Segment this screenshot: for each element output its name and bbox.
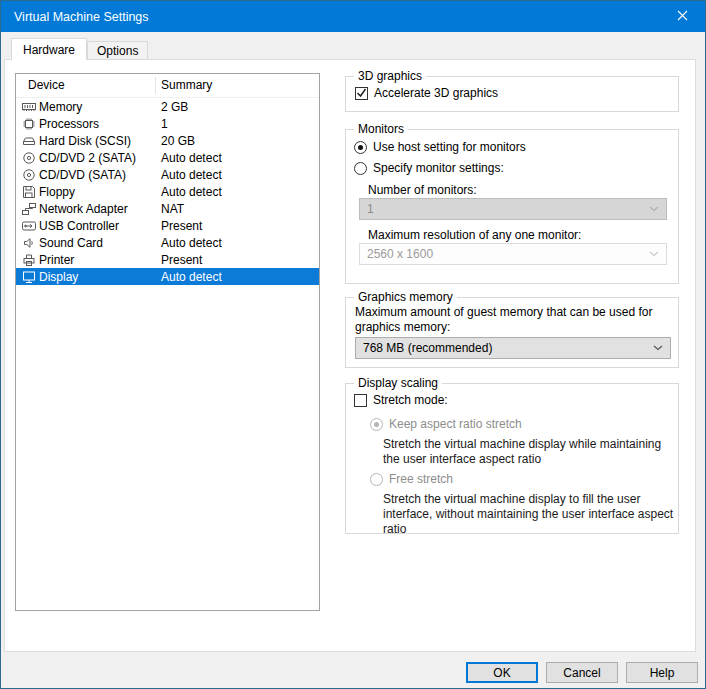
help-button[interactable]: Help: [626, 662, 698, 683]
group-graphics-memory: Graphics memory Maximum amount of guest …: [345, 297, 679, 368]
max-resolution-select[interactable]: 2560 x 1600: [359, 243, 667, 265]
device-summary: Auto detect: [161, 168, 222, 182]
device-summary: 1: [161, 117, 168, 131]
device-row-printer[interactable]: PrinterPresent: [16, 251, 319, 268]
device-summary: Auto detect: [161, 236, 222, 250]
specify-monitor-settings-label: Specify monitor settings:: [373, 161, 504, 175]
device-name: Sound Card: [39, 236, 161, 250]
device-row-memory[interactable]: Memory2 GB: [16, 98, 319, 115]
hard-disk-icon: [21, 134, 37, 148]
free-stretch-label: Free stretch: [389, 472, 453, 486]
free-stretch-description: Stretch the virtual machine display to f…: [383, 492, 683, 537]
keep-aspect-ratio-description: Stretch the virtual machine display whil…: [383, 437, 681, 467]
group-3d-graphics: 3D graphics Accelerate 3D graphics: [345, 76, 679, 112]
device-name: Network Adapter: [39, 202, 161, 216]
usb-icon: [21, 219, 37, 233]
keep-aspect-ratio-label: Keep aspect ratio stretch: [389, 417, 522, 431]
device-row-sound-card[interactable]: Sound CardAuto detect: [16, 234, 319, 251]
stretch-mode-checkbox[interactable]: Stretch mode:: [354, 393, 448, 407]
sound-icon: [21, 236, 37, 250]
device-row-hard-disk-scsi-[interactable]: Hard Disk (SCSI)20 GB: [16, 132, 319, 149]
device-row-cd-dvd-2-sata-[interactable]: CD/DVD 2 (SATA)Auto detect: [16, 149, 319, 166]
device-name: CD/DVD 2 (SATA): [39, 151, 161, 165]
device-rows: Memory2 GBProcessors1Hard Disk (SCSI)20 …: [16, 98, 319, 285]
virtual-machine-settings-dialog: Virtual Machine Settings Hardware Option…: [0, 0, 706, 689]
cd-icon: [21, 151, 37, 165]
column-header-device[interactable]: Device: [16, 77, 156, 94]
network-icon: [21, 202, 37, 216]
device-name: Memory: [39, 100, 161, 114]
accelerate-3d-label: Accelerate 3D graphics: [374, 86, 498, 100]
chevron-down-icon: [653, 345, 663, 351]
dialog-title: Virtual Machine Settings: [1, 10, 149, 24]
device-summary: Auto detect: [161, 185, 222, 199]
tab-hardware[interactable]: Hardware: [11, 38, 87, 60]
device-name: Printer: [39, 253, 161, 267]
number-of-monitors-value: 1: [367, 202, 374, 216]
processor-icon: [21, 117, 37, 131]
radio-unselected-disabled-icon: [370, 473, 383, 486]
close-button[interactable]: [660, 1, 705, 32]
device-row-processors[interactable]: Processors1: [16, 115, 319, 132]
radio-unselected-icon: [354, 162, 367, 175]
device-summary: NAT: [161, 202, 184, 216]
number-of-monitors-label: Number of monitors:: [368, 183, 477, 197]
device-summary: Auto detect: [161, 151, 222, 165]
number-of-monitors-select[interactable]: 1: [359, 198, 667, 220]
device-row-network-adapter[interactable]: Network AdapterNAT: [16, 200, 319, 217]
device-summary: 20 GB: [161, 134, 195, 148]
display-icon: [21, 270, 37, 284]
stretch-mode-label: Stretch mode:: [373, 393, 448, 407]
max-resolution-label: Maximum resolution of any one monitor:: [368, 228, 581, 242]
max-resolution-value: 2560 x 1600: [367, 247, 433, 261]
checkbox-checked-icon: [355, 87, 368, 100]
tab-strip: Hardware Options: [11, 38, 148, 60]
ok-button[interactable]: OK: [466, 662, 538, 683]
group-display-scaling-legend: Display scaling: [354, 376, 442, 390]
title-bar: Virtual Machine Settings: [1, 1, 705, 32]
graphics-memory-label: Maximum amount of guest memory that can …: [355, 305, 671, 335]
checkbox-unchecked-icon: [354, 394, 367, 407]
cd-icon: [21, 168, 37, 182]
chevron-down-icon: [649, 206, 659, 212]
chevron-down-icon: [649, 251, 659, 257]
radio-selected-icon: [354, 141, 367, 154]
floppy-icon: [21, 185, 37, 199]
group-monitors-legend: Monitors: [354, 122, 408, 136]
device-name: Hard Disk (SCSI): [39, 134, 161, 148]
device-summary: 2 GB: [161, 100, 188, 114]
cancel-button[interactable]: Cancel: [546, 662, 618, 683]
use-host-setting-radio[interactable]: Use host setting for monitors: [354, 140, 526, 154]
device-summary: Auto detect: [161, 270, 222, 284]
tab-options[interactable]: Options: [87, 41, 148, 60]
device-name: Floppy: [39, 185, 161, 199]
device-summary: Present: [161, 219, 202, 233]
device-name: USB Controller: [39, 219, 161, 233]
device-list[interactable]: Device Summary Memory2 GBProcessors1Hard…: [15, 73, 320, 611]
close-icon: [677, 10, 688, 24]
column-header-summary[interactable]: Summary: [156, 77, 212, 94]
group-3d-graphics-legend: 3D graphics: [354, 69, 426, 83]
accelerate-3d-checkbox[interactable]: Accelerate 3D graphics: [355, 86, 498, 100]
device-row-usb-controller[interactable]: USB ControllerPresent: [16, 217, 319, 234]
printer-icon: [21, 253, 37, 267]
device-list-header: Device Summary: [16, 74, 319, 98]
free-stretch-radio[interactable]: Free stretch: [370, 472, 453, 486]
device-row-floppy[interactable]: FloppyAuto detect: [16, 183, 319, 200]
memory-icon: [21, 100, 37, 114]
group-display-scaling: Display scaling Stretch mode: Keep aspec…: [345, 383, 679, 534]
use-host-setting-label: Use host setting for monitors: [373, 140, 526, 154]
device-row-display[interactable]: DisplayAuto detect: [16, 268, 319, 285]
device-summary: Present: [161, 253, 202, 267]
group-monitors: Monitors Use host setting for monitors S…: [345, 129, 679, 284]
group-graphics-memory-legend: Graphics memory: [354, 290, 457, 304]
radio-selected-disabled-icon: [370, 418, 383, 431]
device-name: Processors: [39, 117, 161, 131]
device-name: CD/DVD (SATA): [39, 168, 161, 182]
device-name: Display: [39, 270, 161, 284]
graphics-memory-select[interactable]: 768 MB (recommended): [355, 337, 671, 359]
specify-monitor-settings-radio[interactable]: Specify monitor settings:: [354, 161, 504, 175]
graphics-memory-value: 768 MB (recommended): [363, 341, 492, 355]
device-row-cd-dvd-sata-[interactable]: CD/DVD (SATA)Auto detect: [16, 166, 319, 183]
keep-aspect-ratio-radio[interactable]: Keep aspect ratio stretch: [370, 417, 522, 431]
